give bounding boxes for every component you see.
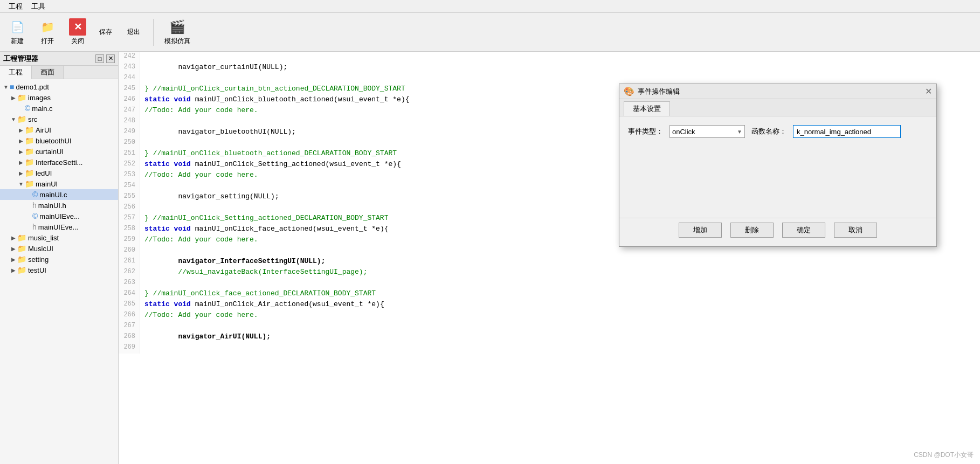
code-line-266: 266//Todo: Add your code here. xyxy=(119,310,980,321)
tree-label-musicui: MusicUI xyxy=(28,245,53,253)
dialog-spacer xyxy=(628,144,928,209)
tree-item-mainc[interactable]: ▶ © main.c xyxy=(0,103,118,114)
tree-item-airui[interactable]: ▶ 📁 AirUI xyxy=(0,124,118,135)
folder-icon-bluetoothui: 📁 xyxy=(25,136,34,145)
folder-icon-curtainui: 📁 xyxy=(25,147,34,156)
tree-item-musicui[interactable]: ▶ 📁 MusicUI xyxy=(0,243,118,254)
dialog-tabs: 基本设置 xyxy=(619,99,936,116)
tree-label-airui: AirUI xyxy=(36,126,51,134)
toolbar: 📄 新建 📁 打开 ✕ 关闭 保存 退出 🎬 模拟仿真 xyxy=(0,13,980,52)
file-icon-mainuieve2: h xyxy=(32,223,37,231)
tree-item-interfacesetti[interactable]: ▶ 📁 InterfaceSetti... xyxy=(0,157,118,168)
tree-arrow-musiclist[interactable]: ▶ xyxy=(10,235,17,241)
close-button[interactable]: ✕ 关闭 xyxy=(65,16,91,48)
tree-arrow-mainc: ▶ xyxy=(17,106,25,112)
simulate-icon: 🎬 xyxy=(169,18,186,36)
simulate-button[interactable]: 🎬 模拟仿真 xyxy=(160,16,195,48)
tree-item-curtainui[interactable]: ▶ 📁 curtainUI xyxy=(0,146,118,157)
tree-arrow-mainuih: ▶ xyxy=(25,203,32,209)
code-line-264: 264} //mainUI_onClick_face_actioned_DECL… xyxy=(119,289,980,300)
watermark: CSDN @DOT小女哥 xyxy=(914,451,974,460)
code-line-267: 267 xyxy=(119,321,980,332)
simulate-label: 模拟仿真 xyxy=(164,37,190,46)
tree-arrow-airui[interactable]: ▶ xyxy=(17,127,25,133)
folder-icon-musicui: 📁 xyxy=(17,244,26,253)
event-type-arrow-icon: ▼ xyxy=(737,129,742,135)
tree-label-musiclist: music_list xyxy=(28,234,59,242)
close-label: 关闭 xyxy=(71,37,84,46)
tree-item-mainui[interactable]: ▼ 📁 mainUI xyxy=(0,178,118,189)
dialog-title-icon: 🎨 xyxy=(624,86,634,96)
panel-header: 工程管理器 □ ✕ xyxy=(0,52,118,66)
tree-label-src: src xyxy=(28,115,37,123)
tree-item-demo1[interactable]: ▼ ■ demo1.pdt xyxy=(0,81,118,92)
new-icon: 📄 xyxy=(9,18,26,36)
panel-close-btn[interactable]: ✕ xyxy=(106,54,115,63)
delete-button[interactable]: 删除 xyxy=(730,223,774,238)
tree-label-mainuih: mainUI.h xyxy=(38,202,66,210)
tree-label-testui: testUI xyxy=(28,266,46,274)
tree-item-mainuih[interactable]: ▶ h mainUI.h xyxy=(0,200,118,211)
open-button[interactable]: 📁 打开 xyxy=(34,16,60,48)
tree-arrow-demo1[interactable]: ▼ xyxy=(2,84,10,90)
code-line-268: 268 navigator_AirUI(NULL); xyxy=(119,332,980,343)
tree-item-bluetoothui[interactable]: ▶ 📁 bluetoothUI xyxy=(0,135,118,146)
func-name-input[interactable] xyxy=(793,125,901,138)
code-line-261: 261 navigator_InterfaceSettingUI(NULL); xyxy=(119,257,980,267)
menu-tools[interactable]: 工具 xyxy=(27,1,50,12)
panel-title: 工程管理器 xyxy=(3,54,38,64)
file-tree: ▼ ■ demo1.pdt ▶ 📁 images ▶ © main.c ▼ xyxy=(0,79,118,464)
tab-canvas[interactable]: 画面 xyxy=(32,66,64,79)
tree-label-mainuieve2: mainUIEve... xyxy=(38,223,78,231)
dialog-close-button[interactable]: ✕ xyxy=(925,86,932,96)
project-icon: ■ xyxy=(10,82,14,91)
dialog-title-text: 事件操作编辑 xyxy=(638,87,680,96)
exit-button[interactable]: 退出 xyxy=(123,25,147,39)
tree-arrow-src[interactable]: ▼ xyxy=(10,116,17,122)
add-button[interactable]: 增加 xyxy=(679,223,722,238)
tree-arrow-ledui[interactable]: ▶ xyxy=(17,170,25,176)
panel-restore-btn[interactable]: □ xyxy=(95,54,104,63)
folder-icon-mainui: 📁 xyxy=(25,179,34,188)
tree-item-mainuieve1[interactable]: ▶ © mainUIEve... xyxy=(0,211,118,221)
tree-arrow-mainui[interactable]: ▼ xyxy=(17,181,25,187)
tree-label-mainc: main.c xyxy=(32,105,52,113)
code-line-260: 260 xyxy=(119,246,980,257)
tree-item-images[interactable]: ▶ 📁 images xyxy=(0,92,118,103)
code-line-244: 244 xyxy=(119,73,980,84)
tree-arrow-images[interactable]: ▶ xyxy=(10,95,17,101)
dialog-tab-basic[interactable]: 基本设置 xyxy=(624,101,670,116)
tab-project[interactable]: 工程 xyxy=(0,66,32,79)
tree-item-src[interactable]: ▼ 📁 src xyxy=(0,114,118,124)
cancel-button[interactable]: 取消 xyxy=(834,223,877,238)
file-icon-mainuih: h xyxy=(32,201,37,210)
func-name-label: 函数名称： xyxy=(751,127,786,136)
new-button[interactable]: 📄 新建 xyxy=(4,16,30,48)
folder-icon-src: 📁 xyxy=(17,115,26,123)
tree-arrow-testui[interactable]: ▶ xyxy=(10,267,17,273)
tree-arrow-musicui[interactable]: ▶ xyxy=(10,246,17,252)
tree-item-setting[interactable]: ▶ 📁 setting xyxy=(0,254,118,265)
tree-item-mainuic[interactable]: ▶ © mainUI.c xyxy=(0,189,118,200)
dialog-title: 🎨 事件操作编辑 xyxy=(624,86,680,96)
code-line-265: 265static void mainUI_onClick_Air_action… xyxy=(119,300,980,310)
event-type-select[interactable]: onClick ▼ xyxy=(670,125,745,138)
tree-item-ledui[interactable]: ▶ 📁 ledUI xyxy=(0,168,118,178)
tree-arrow-interfacesetti[interactable]: ▶ xyxy=(17,160,25,165)
open-icon: 📁 xyxy=(39,18,56,36)
save-label: 保存 xyxy=(99,27,112,37)
tree-item-testui[interactable]: ▶ 📁 testUI xyxy=(0,265,118,275)
tree-arrow-curtainui[interactable]: ▶ xyxy=(17,149,25,155)
left-panel: 工程管理器 □ ✕ 工程 画面 ▼ ■ demo1.pdt ▶ 📁 im xyxy=(0,52,119,464)
save-button[interactable]: 保存 xyxy=(95,25,119,39)
tree-arrow-bluetoothui[interactable]: ▶ xyxy=(17,138,25,144)
folder-icon-musiclist: 📁 xyxy=(17,233,26,242)
confirm-button[interactable]: 确定 xyxy=(782,223,825,238)
menu-engineering[interactable]: 工程 xyxy=(4,1,27,12)
tree-item-musiclist[interactable]: ▶ 📁 music_list xyxy=(0,232,118,243)
tree-arrow-setting[interactable]: ▶ xyxy=(10,257,17,262)
tree-label-setting: setting xyxy=(28,255,49,264)
menu-bar: 工程 工具 xyxy=(0,0,980,13)
folder-icon-testui: 📁 xyxy=(17,266,26,274)
tree-item-mainuieve2[interactable]: ▶ h mainUIEve... xyxy=(0,221,118,232)
